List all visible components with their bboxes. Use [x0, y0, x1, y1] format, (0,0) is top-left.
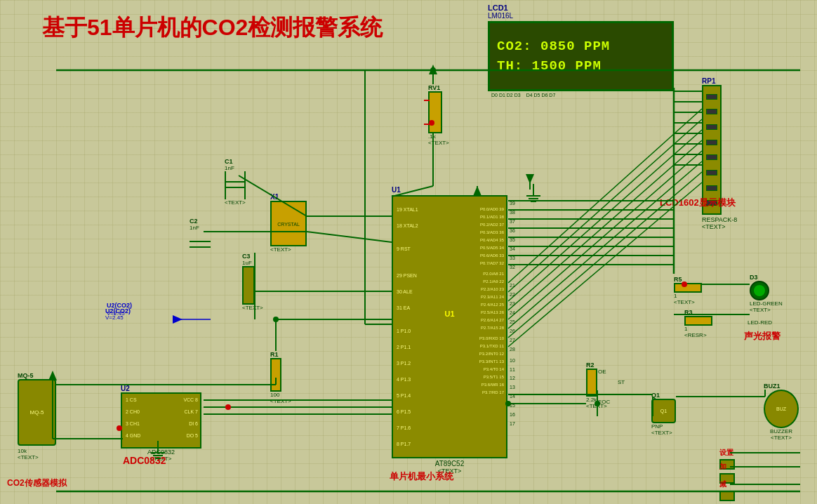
page-title: 基于51单片机的CO2检测报警系统 [42, 13, 383, 44]
adc-chip: U2 1 CS 2 CH0 3 CH1 4 GND VCC 8 CLK 7 DI… [121, 385, 201, 462]
led-d3: D3 LED-GREEN <TEXT> [750, 274, 783, 313]
rp1-model: RESPACK-8 [702, 216, 737, 223]
mcu-chip: U1 19 XTAL1 18 XTAL2 9 RST 29 PSEN 30 AL… [392, 186, 507, 475]
capacitor-c3: C3 1uF <TEXT> [242, 253, 263, 311]
resistor-r3: R3 1 <RESR> [684, 309, 712, 338]
led-red-label: LED-RED [748, 319, 772, 326]
lcd-section-label: LCD1602显示模块 [660, 197, 736, 209]
svg-line-25 [508, 140, 702, 310]
u2-voltage: V=2.45 [107, 310, 125, 317]
capacitor-c2: C2 1nF [190, 218, 211, 259]
schematic-background: 基于51单片机的CO2检测报警系统 LCD1 LM016L CO2: 0850 … [0, 0, 817, 504]
lcd-id: LCD1 [488, 4, 508, 12]
svg-marker-2 [429, 65, 437, 74]
svg-point-54 [225, 404, 231, 410]
eoc-label: EOC [598, 399, 610, 405]
mcu-model: AT89C52 [392, 460, 507, 467]
oe-label: OE [598, 369, 606, 375]
svg-point-51 [430, 67, 436, 73]
sensor-section-label: CO2传感器模拟 [7, 477, 67, 489]
crystal-component: X1 CRYSTAL <TEXT> [270, 193, 307, 253]
lcd-line1: CO2: 0850 PPM [497, 39, 665, 54]
svg-line-11 [307, 232, 392, 242]
adc-section-label: ADC0832 [123, 455, 166, 466]
svg-line-27 [508, 161, 702, 329]
svg-line-22 [508, 109, 702, 283]
crystal-label: CRYSTAL [277, 221, 300, 226]
svg-line-24 [508, 130, 702, 301]
svg-marker-48 [173, 315, 182, 324]
st-label: ST [618, 379, 625, 385]
transistor-q1: Q1 Q1 PNP <TEXT> [651, 392, 676, 436]
mq5-sensor: MQ-5 MQ-5 10k <TEXT> [18, 372, 56, 460]
alarm-section-label: 声光报警 [744, 330, 781, 343]
crystal-id: X1 [270, 193, 307, 201]
rv1-component: RV1 .1k <TEXT> [428, 84, 449, 146]
mcu-section-label: 单片机最小系统 [390, 470, 453, 483]
resistor-r1: R1 100 <TEXT> [270, 351, 291, 404]
lcd-line2: TH: 1500 PPM [497, 58, 665, 74]
mcu-id: U1 [392, 186, 507, 194]
svg-line-26 [508, 151, 702, 319]
svg-point-50 [273, 317, 279, 322]
lcd-component: LCD1 LM016L CO2: 0850 PPM TH: 1500 PPM D… [488, 4, 674, 98]
u2-annotation: U2(CO2) [107, 302, 132, 309]
resistor-r5: R5 1 <TEXT> [674, 276, 702, 305]
capacitor-c1: C1 1nF <TEXT> [225, 158, 246, 206]
buzzer-buz1: BUZ1 BUZ BUZZER <TEXT> [764, 383, 799, 441]
svg-marker-4 [526, 174, 534, 184]
crystal-sublabel: <TEXT> [270, 246, 307, 253]
reduce-button-component: 减 [719, 479, 735, 501]
rp1-label: RP1 [702, 77, 737, 85]
lcd-model: LM016L [488, 12, 513, 20]
